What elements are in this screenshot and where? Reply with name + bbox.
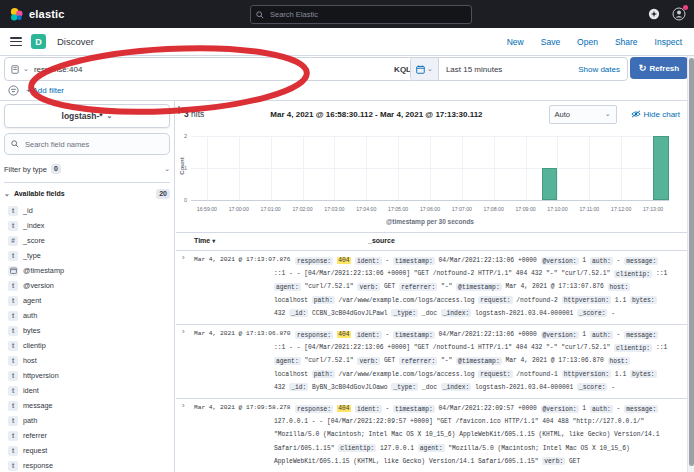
gridline: [303, 136, 304, 200]
x-tick-label: 17:00:00: [222, 206, 256, 212]
field-item-timestamp[interactable]: @timestamp: [4, 263, 170, 278]
field-key-chip: ident:: [355, 405, 382, 413]
logo-text: elastic: [29, 8, 65, 20]
refresh-button[interactable]: ↻ Refresh: [630, 57, 688, 79]
field-key-chip: timestamp:: [393, 257, 435, 265]
field-key-chip: @version:: [541, 331, 579, 339]
field-key-chip: agent:: [274, 357, 301, 365]
search-icon: [11, 140, 19, 148]
gridline: [334, 136, 335, 200]
field-item-httpversion[interactable]: thttpversion: [4, 368, 170, 383]
field-key-chip: bytes:: [630, 370, 657, 378]
chevron-down-icon[interactable]: ⌄: [23, 65, 29, 73]
field-item-response[interactable]: tresponse: [4, 458, 170, 472]
field-value: 1.1: [615, 371, 626, 378]
global-search[interactable]: [250, 5, 472, 24]
field-key-chip: httpversion:: [562, 370, 611, 378]
query-language-button[interactable]: KQL: [394, 65, 411, 74]
refresh-icon: ↻: [639, 63, 647, 73]
highlighted-value: 404: [337, 257, 351, 264]
time-column-header[interactable]: Time ▾: [194, 237, 215, 244]
field-search-input[interactable]: [23, 139, 163, 150]
field-search[interactable]: [4, 133, 170, 155]
field-name: agent: [23, 296, 41, 305]
hide-chart-label: Hide chart: [644, 110, 680, 119]
field-name: message: [23, 401, 53, 410]
field-item-request[interactable]: trequest: [4, 443, 170, 458]
field-key-chip: _id:: [289, 309, 308, 317]
field-value: 432: [274, 310, 285, 317]
appbar-action-open[interactable]: Open: [577, 37, 598, 47]
filter-by-type[interactable]: Filter by type 0 ⌄: [4, 161, 170, 177]
hide-chart-button[interactable]: Hide chart: [631, 110, 680, 119]
appbar-action-save[interactable]: Save: [541, 37, 560, 47]
discover-app-badge[interactable]: D: [31, 34, 46, 49]
query-input-wrapper[interactable]: ⌄ KQL: [4, 57, 418, 81]
field-item-ident[interactable]: tident: [4, 383, 170, 398]
index-pattern-select[interactable]: logstash-* ⌄: [4, 104, 170, 128]
field-key-chip: bytes:: [630, 296, 657, 304]
scrollbar-thumb[interactable]: [689, 58, 694, 466]
x-tick-label: 17:13:00: [636, 206, 670, 212]
gridline: [271, 136, 272, 200]
field-item-referrer[interactable]: treferrer: [4, 428, 170, 443]
field-item-agent[interactable]: tagent: [4, 293, 170, 308]
field-key-chip: httpversion:: [562, 296, 611, 304]
filter-bar: + Add filter: [0, 81, 694, 101]
field-item-score[interactable]: #_score: [4, 233, 170, 248]
field-key-chip: clientip:: [338, 444, 376, 452]
histogram-bar[interactable]: [653, 136, 669, 200]
filter-options-icon[interactable]: [8, 85, 19, 96]
appbar-action-new[interactable]: New: [507, 37, 524, 47]
field-key-chip: _score:: [577, 309, 607, 317]
field-value: ::1: [656, 270, 667, 277]
appbar-action-share[interactable]: Share: [615, 37, 638, 47]
elastic-logo-icon: [9, 7, 24, 22]
sort-desc-icon: ▾: [212, 238, 215, 244]
field-item-index[interactable]: t_index: [4, 218, 170, 233]
hits-count: 3 hits: [184, 109, 204, 119]
field-item-version[interactable]: t@version: [4, 278, 170, 293]
histogram-bar[interactable]: [542, 168, 558, 200]
expand-row-icon[interactable]: ›: [182, 327, 185, 336]
field-item-auth[interactable]: tauth: [4, 308, 170, 323]
field-item-bytes[interactable]: tbytes: [4, 323, 170, 338]
field-item-path[interactable]: tpath: [4, 413, 170, 428]
field-item-type[interactable]: t_type: [4, 248, 170, 263]
field-value: 432: [274, 384, 285, 391]
field-key-chip: verb:: [357, 283, 380, 291]
appbar-action-inspect[interactable]: Inspect: [655, 37, 682, 47]
user-avatar[interactable]: [672, 7, 686, 21]
text-field-icon: t: [8, 386, 18, 396]
field-item-host[interactable]: thost: [4, 353, 170, 368]
time-range-value[interactable]: Last 15 minutes: [439, 65, 578, 74]
show-dates-button[interactable]: Show dates: [578, 65, 627, 74]
interval-select[interactable]: Auto ⌄: [549, 105, 617, 124]
query-input[interactable]: [32, 64, 391, 75]
field-item-id[interactable]: t_id: [4, 203, 170, 218]
text-field-icon: t: [8, 356, 18, 366]
elastic-logo[interactable]: elastic: [0, 7, 65, 22]
field-key-chip: request:: [478, 370, 512, 378]
field-item-clientip[interactable]: tclientip: [4, 338, 170, 353]
appbar-actions: NewSaveOpenShareInspect: [507, 37, 694, 47]
add-filter-button[interactable]: + Add filter: [26, 86, 64, 95]
help-icon[interactable]: [648, 8, 660, 20]
gridline: [366, 136, 367, 200]
menu-icon[interactable]: [10, 37, 22, 46]
field-item-message[interactable]: tmessage: [4, 398, 170, 413]
eye-closed-icon: [631, 110, 641, 118]
field-value: ::1 - - [04/Mar/2021:22:13:06 +0000] "GE…: [274, 270, 610, 277]
saved-query-icon[interactable]: [11, 65, 20, 74]
expand-row-icon[interactable]: ›: [182, 401, 185, 410]
field-value: 04/Mar/2021:22:13:06 +0000: [439, 331, 537, 338]
date-range-label: Mar 4, 2021 @ 16:58:30.112 - Mar 4, 2021…: [204, 110, 548, 119]
global-search-input[interactable]: [268, 9, 466, 20]
filter-by-type-label: Filter by type: [4, 165, 47, 174]
text-field-icon: t: [8, 341, 18, 351]
chevron-down-icon: ⌄: [605, 110, 611, 118]
expand-row-icon[interactable]: ›: [182, 253, 185, 262]
text-field-icon: t: [8, 416, 18, 426]
date-quick-menu[interactable]: ⌄: [411, 58, 439, 80]
available-fields-header[interactable]: ⌄ Available fields 20: [4, 187, 170, 200]
